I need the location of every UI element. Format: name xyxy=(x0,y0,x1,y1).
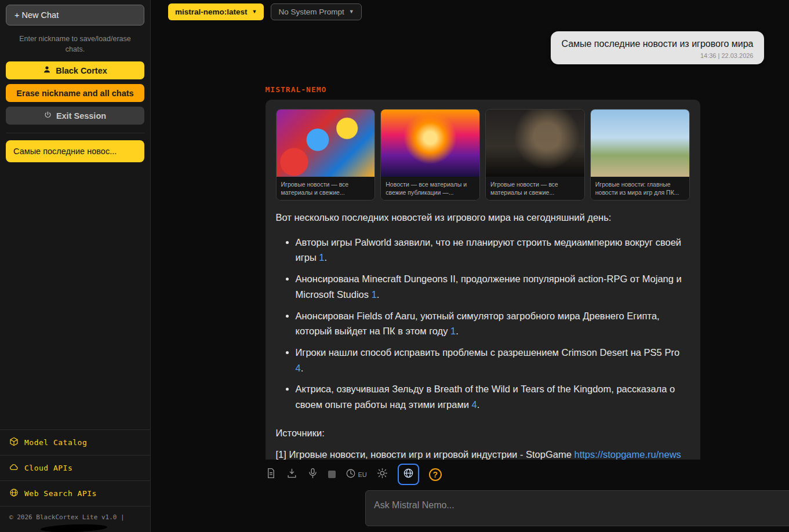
model-catalog-label: Model Catalog xyxy=(24,438,87,447)
sidebar-item-web-search-apis[interactable]: Web Search APIs xyxy=(0,480,150,506)
thumbnail-caption: Новости — все материалы и свежие публика… xyxy=(381,177,479,200)
source-link[interactable]: https://stopgame.ru/news xyxy=(574,449,681,460)
citation-link[interactable]: 1 xyxy=(372,289,377,300)
news-thumbnails-row: Игровые новости — все материалы и свежие… xyxy=(276,109,690,201)
citation-link[interactable]: 1 xyxy=(450,326,456,336)
thumbnail-image xyxy=(486,110,584,177)
app-window: + New Chat Enter nickname to save/load/e… xyxy=(0,0,789,532)
thumbnail-caption: Игровые новости — все материалы и свежие… xyxy=(486,177,584,200)
timezone-button[interactable]: EU xyxy=(346,468,367,481)
topbar: mistral-nemo:latest ▼ No System Prompt ▼ xyxy=(151,0,789,23)
chevron-down-icon: ▼ xyxy=(252,9,257,14)
stop-button[interactable] xyxy=(328,471,336,478)
sources-heading: Источники: xyxy=(276,425,690,441)
globe-icon xyxy=(9,488,19,499)
chat-item-label: Самые последние новос... xyxy=(13,147,117,156)
news-thumbnail-card[interactable]: Игровые новости: главные новости из мира… xyxy=(590,109,690,201)
user-message-bubble: Самые последние новости из игрового мира… xyxy=(551,31,763,64)
news-bullet: Актриса, озвучившая Зельду в Breath of t… xyxy=(296,381,690,412)
composer: Send xyxy=(365,490,789,532)
web-search-toggle[interactable] xyxy=(398,464,419,485)
document-icon xyxy=(266,468,277,481)
exit-button-label: Exit Session xyxy=(56,111,106,121)
redaction-scribble xyxy=(41,523,107,532)
microphone-icon xyxy=(307,468,318,481)
thumbnail-image xyxy=(277,110,375,177)
sun-icon xyxy=(377,468,388,481)
model-select-value: mistral-nemo:latest xyxy=(175,8,248,16)
theme-button[interactable] xyxy=(377,468,388,481)
package-icon xyxy=(9,437,19,448)
sidebar-divider xyxy=(6,133,144,133)
thumbnail-caption: Игровые новости: главные новости из мира… xyxy=(591,177,689,200)
news-bullet-list: Авторы игры Palworld заявили, что не пла… xyxy=(276,235,690,413)
download-icon xyxy=(286,468,297,481)
person-icon xyxy=(43,65,51,75)
assistant-model-label: MISTRAL-NEMO xyxy=(266,85,764,94)
clock-icon xyxy=(346,468,356,481)
news-bullet: Анонсирована Minecraft Dungeons II, прод… xyxy=(296,271,690,302)
new-chat-label: + New Chat xyxy=(14,10,59,20)
help-button[interactable]: ? xyxy=(429,468,442,481)
news-bullet: Авторы игры Palworld заявили, что не пла… xyxy=(296,235,690,265)
message-input[interactable] xyxy=(365,490,789,526)
thumbnail-image xyxy=(591,110,689,177)
cloud-icon xyxy=(9,462,19,473)
sidebar: + New Chat Enter nickname to save/load/e… xyxy=(0,0,151,532)
globe-icon xyxy=(403,468,414,481)
thumbnail-caption: Игровые новости — все материалы и свежие… xyxy=(277,177,375,200)
system-prompt-select[interactable]: No System Prompt ▼ xyxy=(271,3,361,20)
news-thumbnail-card[interactable]: Новости — все материалы и свежие публика… xyxy=(380,109,480,201)
attach-file-button[interactable] xyxy=(266,468,277,481)
news-thumbnail-card[interactable]: Игровые новости — все материалы и свежие… xyxy=(485,109,585,201)
assistant-message-card: Игровые новости — все материалы и свежие… xyxy=(266,100,700,460)
system-prompt-value: No System Prompt xyxy=(278,8,344,16)
news-thumbnail-card[interactable]: Игровые новости — все материалы и свежие… xyxy=(276,109,376,201)
main-area: mistral-nemo:latest ▼ No System Prompt ▼… xyxy=(151,0,789,532)
model-select[interactable]: mistral-nemo:latest ▼ xyxy=(168,3,264,20)
user-message-text: Самые последние новости из игрового мира xyxy=(561,39,753,49)
cloud-apis-label: Cloud APIs xyxy=(24,464,72,472)
citation-link[interactable]: 1 xyxy=(319,252,324,263)
web-search-apis-label: Web Search APIs xyxy=(24,489,97,498)
chevron-down-icon: ▼ xyxy=(349,9,354,14)
citation-link[interactable]: 4 xyxy=(472,399,477,410)
sources-paragraph: [1] Игровые новости, новости игр и игров… xyxy=(276,447,690,460)
nickname-button-label: Black Cortex xyxy=(56,66,107,75)
copyright-text: © 2026 BlackCortex Lite v1.0 | xyxy=(0,506,150,523)
thumbnail-image xyxy=(381,110,479,177)
exit-session-button[interactable]: Exit Session xyxy=(6,107,144,125)
citation-link[interactable]: 4 xyxy=(296,363,301,373)
assistant-intro: Вот несколько последних новостей из игро… xyxy=(276,210,690,225)
sidebar-item-cloud-apis[interactable]: Cloud APIs xyxy=(0,455,150,480)
erase-chats-button[interactable]: Erase nickname and all chats xyxy=(6,84,144,102)
timezone-label: EU xyxy=(358,471,367,478)
sidebar-chat-item[interactable]: Самые последние новос... xyxy=(6,140,144,162)
erase-button-label: Erase nickname and all chats xyxy=(16,89,133,98)
sidebar-item-model-catalog[interactable]: Model Catalog xyxy=(0,429,150,455)
nickname-hint: Enter nickname to save/load/erase chats. xyxy=(6,34,144,54)
message-timestamp: 14:36 | 22.03.2026 xyxy=(561,52,753,59)
chat-scroll-area[interactable]: Самые последние новости из игрового мира… xyxy=(151,23,789,460)
download-button[interactable] xyxy=(286,468,297,481)
nickname-button[interactable]: Black Cortex xyxy=(6,61,144,79)
microphone-button[interactable] xyxy=(307,468,318,481)
news-bullet: Анонсирован Fields of Aaru, уютный симул… xyxy=(296,308,690,339)
new-chat-button[interactable]: + New Chat xyxy=(6,5,144,25)
help-icon: ? xyxy=(433,470,438,479)
composer-toolbar: EU ? xyxy=(266,460,764,490)
stop-icon xyxy=(328,471,336,478)
news-bullet: Игроки нашли способ исправить проблемы с… xyxy=(296,345,690,376)
power-icon xyxy=(44,111,52,121)
